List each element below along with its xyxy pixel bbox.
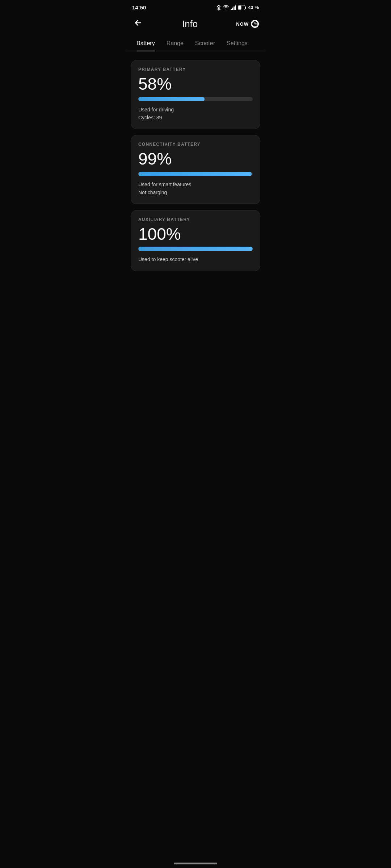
header: Info NOW bbox=[125, 13, 266, 37]
svg-rect-4 bbox=[235, 5, 236, 10]
battery-percentage-status: 43 % bbox=[248, 5, 259, 10]
status-bar: 14:50 bbox=[125, 0, 266, 13]
connectivity-battery-card: CONNECTIVITY BATTERY 99% Used for smart … bbox=[131, 135, 260, 204]
primary-battery-info1: Used for driving bbox=[138, 106, 253, 114]
auxiliary-battery-card: AUXILIARY BATTERY 100% Used to keep scoo… bbox=[131, 210, 260, 271]
svg-rect-7 bbox=[239, 5, 241, 9]
auxiliary-battery-label: AUXILIARY BATTERY bbox=[138, 217, 253, 222]
auxiliary-battery-percentage: 100% bbox=[138, 225, 253, 243]
primary-battery-label: PRIMARY BATTERY bbox=[138, 67, 253, 72]
primary-battery-info2: Cycles: 89 bbox=[138, 114, 253, 122]
connectivity-battery-label: CONNECTIVITY BATTERY bbox=[138, 142, 253, 147]
auxiliary-battery-bar-container bbox=[138, 247, 253, 251]
battery-cards: PRIMARY BATTERY 58% Used for driving Cyc… bbox=[125, 57, 266, 274]
primary-battery-bar-fill bbox=[138, 97, 205, 101]
auxiliary-battery-bar-fill bbox=[138, 247, 253, 251]
battery-status-icon bbox=[238, 5, 246, 10]
now-label: NOW bbox=[236, 21, 249, 27]
svg-point-8 bbox=[252, 21, 258, 27]
status-icons: 43 % bbox=[216, 5, 259, 10]
primary-battery-percentage: 58% bbox=[138, 75, 253, 93]
tab-settings[interactable]: Settings bbox=[221, 37, 253, 51]
svg-line-0 bbox=[217, 7, 219, 8]
primary-battery-info: Used for driving Cycles: 89 bbox=[138, 106, 253, 122]
primary-battery-bar-container bbox=[138, 97, 253, 101]
svg-rect-3 bbox=[234, 7, 235, 10]
connectivity-battery-info: Used for smart features Not charging bbox=[138, 180, 253, 197]
tab-range[interactable]: Range bbox=[161, 37, 189, 51]
auxiliary-battery-info1: Used to keep scooter alive bbox=[138, 255, 253, 263]
signal-icon bbox=[231, 5, 236, 10]
now-button[interactable]: NOW bbox=[236, 20, 259, 28]
status-time: 14:50 bbox=[132, 4, 146, 10]
connectivity-battery-bar-fill bbox=[138, 172, 252, 176]
connectivity-battery-info2: Not charging bbox=[138, 188, 253, 196]
svg-rect-6 bbox=[245, 7, 246, 9]
tabs-container: Battery Range Scooter Settings bbox=[125, 37, 266, 51]
primary-battery-card: PRIMARY BATTERY 58% Used for driving Cyc… bbox=[131, 60, 260, 129]
connectivity-battery-percentage: 99% bbox=[138, 150, 253, 168]
page-title: Info bbox=[182, 18, 198, 30]
connectivity-battery-info1: Used for smart features bbox=[138, 180, 253, 188]
connectivity-battery-bar-container bbox=[138, 172, 253, 176]
svg-rect-1 bbox=[231, 9, 232, 10]
tab-scooter[interactable]: Scooter bbox=[189, 37, 221, 51]
bluetooth-icon bbox=[216, 5, 221, 10]
auxiliary-battery-info: Used to keep scooter alive bbox=[138, 255, 253, 263]
tab-battery[interactable]: Battery bbox=[131, 37, 161, 51]
back-button[interactable] bbox=[132, 17, 144, 31]
clock-icon bbox=[251, 20, 259, 28]
wifi-icon bbox=[223, 5, 229, 10]
svg-rect-2 bbox=[232, 8, 233, 10]
